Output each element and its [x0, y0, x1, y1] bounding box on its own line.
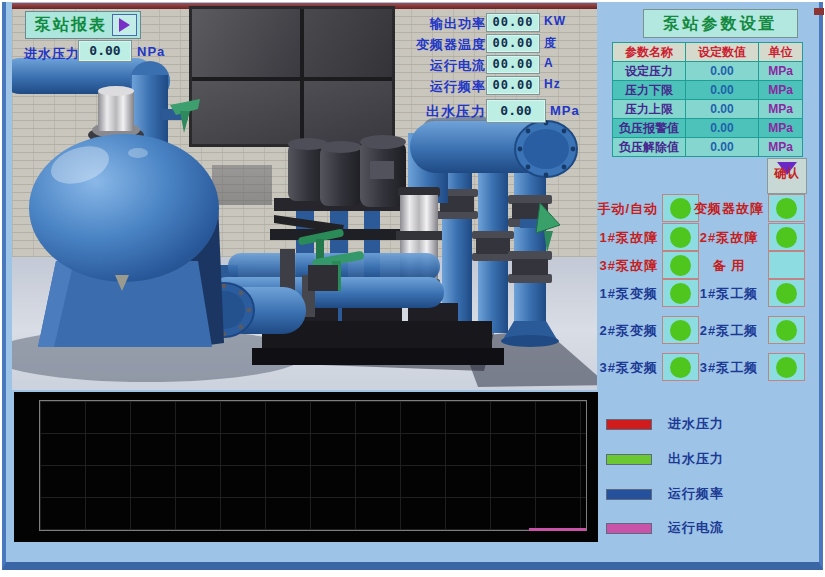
status-lamp [776, 283, 797, 304]
legend-item-current: 运行电流 [606, 519, 724, 537]
status-lamp-box [768, 279, 805, 307]
inlet-pressure-value: 0.00 [78, 40, 132, 62]
legend-item-outlet: 出水压力 [606, 450, 724, 468]
col-header-unit: 单位 [759, 43, 803, 62]
report-button-label: 泵站报表 [35, 15, 107, 36]
param-name: 负压解除值 [613, 138, 686, 157]
legend-swatch [606, 489, 652, 500]
indicator-label-pump1-line: 1#泵工频 [692, 285, 766, 303]
inverter-temp-unit: 度 [544, 35, 557, 52]
param-name: 压力下限 [613, 81, 686, 100]
indicator-label-pump2-line: 2#泵工频 [692, 322, 766, 340]
status-lamp-box [768, 353, 805, 381]
indicator-label-pump1-fault: 1#泵故障 [566, 229, 658, 247]
table-header-row: 参数名称 设定数值 单位 [613, 43, 803, 62]
param-unit: MPa [759, 62, 803, 81]
status-lamp-box [768, 251, 805, 279]
indicator-label-pump1-vfd: 1#泵变频 [566, 285, 658, 303]
run-current-trace [529, 528, 586, 531]
inverter-temp-label: 变频器温度 [368, 36, 486, 54]
legend-swatch [606, 419, 652, 430]
output-power-value: 00.00 [486, 13, 540, 32]
status-lamp [670, 198, 691, 219]
run-current-unit: A [544, 56, 554, 70]
status-lamp-box [768, 316, 805, 344]
param-unit: MPa [759, 119, 803, 138]
app-background: 泵站报表 进水压力 0.00 NPa 输出功率 00.00 KW 变频器温度 0… [2, 2, 823, 570]
play-icon [112, 14, 137, 36]
legend-label: 出水压力 [668, 450, 724, 468]
outlet-pressure-value: 0.00 [486, 99, 546, 123]
inverter-temp-value: 00.00 [486, 34, 540, 53]
status-lamp [670, 357, 691, 378]
settings-panel-title: 泵站参数设置 [643, 9, 798, 38]
col-header-value: 设定数值 [686, 43, 759, 62]
indicator-label-pump2-fault: 2#泵故障 [692, 229, 766, 247]
col-header-name: 参数名称 [613, 43, 686, 62]
param-unit: MPa [759, 81, 803, 100]
status-lamp [776, 357, 797, 378]
param-value-field[interactable]: 0.00 [686, 81, 759, 100]
param-value-field[interactable]: 0.00 [686, 62, 759, 81]
status-lamp-box [768, 194, 805, 222]
legend-label: 运行频率 [668, 485, 724, 503]
hmi-screen: 泵站报表 进水压力 0.00 NPa 输出功率 00.00 KW 变频器温度 0… [0, 0, 825, 577]
legend-label: 运行电流 [668, 519, 724, 537]
indicator-label-vfd-fault: 变频器故障 [692, 200, 766, 218]
param-unit: MPa [759, 100, 803, 119]
table-row: 压力上限 0.00 MPa [613, 100, 803, 119]
param-name: 设定压力 [613, 62, 686, 81]
confirm-button-label: 确认 [768, 165, 806, 182]
run-frequency-unit: Hz [544, 77, 561, 91]
trend-plot-area [39, 400, 587, 531]
table-row: 设定压力 0.00 MPa [613, 62, 803, 81]
indicator-label-spare: 备 用 [692, 257, 766, 275]
indicator-label-pump2-vfd: 2#泵变频 [566, 322, 658, 340]
param-unit: MPa [759, 138, 803, 157]
table-row: 压力下限 0.00 MPa [613, 81, 803, 100]
indicator-label-pump3-line: 3#泵工频 [692, 359, 766, 377]
parameter-table: 参数名称 设定数值 单位 设定压力 0.00 MPa 压力下限 0.00 MPa… [612, 42, 803, 157]
legend-item-inlet: 进水压力 [606, 415, 724, 433]
status-lamp [670, 255, 691, 276]
outlet-pressure-unit: MPa [550, 103, 580, 118]
trend-chart [14, 392, 598, 542]
run-current-value: 00.00 [486, 55, 540, 74]
confirm-button[interactable]: 确认 [767, 158, 807, 194]
param-value-field[interactable]: 0.00 [686, 138, 759, 157]
pump-station-scene: 泵站报表 进水压力 0.00 NPa 输出功率 00.00 KW 变频器温度 0… [12, 3, 597, 390]
output-power-label: 输出功率 [368, 15, 486, 33]
param-value-field[interactable]: 0.00 [686, 100, 759, 119]
run-frequency-label: 运行频率 [368, 78, 486, 96]
status-lamp-box [768, 223, 805, 251]
status-lamp [776, 320, 797, 341]
run-frequency-value: 00.00 [486, 76, 540, 95]
indicator-label-pump3-fault: 3#泵故障 [566, 257, 658, 275]
corner-mark [814, 8, 824, 15]
indicator-label-pump3-vfd: 3#泵变频 [566, 359, 658, 377]
status-lamp [776, 227, 797, 248]
inlet-pressure-label: 进水压力 [24, 45, 80, 63]
legend-swatch [606, 523, 652, 534]
legend-item-frequency: 运行频率 [606, 485, 724, 503]
indicator-label-manual-auto: 手动/自动 [566, 200, 658, 218]
table-row: 负压解除值 0.00 MPa [613, 138, 803, 157]
run-current-label: 运行电流 [368, 57, 486, 75]
status-lamp [776, 198, 797, 219]
status-lamp [670, 320, 691, 341]
outlet-pressure-label: 出水压力 [368, 103, 486, 121]
legend-swatch [606, 454, 652, 465]
param-name: 负压报警值 [613, 119, 686, 138]
inlet-pressure-unit: NPa [137, 44, 165, 59]
param-value-field[interactable]: 0.00 [686, 119, 759, 138]
output-power-unit: KW [544, 14, 566, 28]
status-lamp [670, 227, 691, 248]
status-lamp [670, 283, 691, 304]
legend-label: 进水压力 [668, 415, 724, 433]
param-name: 压力上限 [613, 100, 686, 119]
report-button[interactable]: 泵站报表 [25, 11, 141, 39]
table-row: 负压报警值 0.00 MPa [613, 119, 803, 138]
